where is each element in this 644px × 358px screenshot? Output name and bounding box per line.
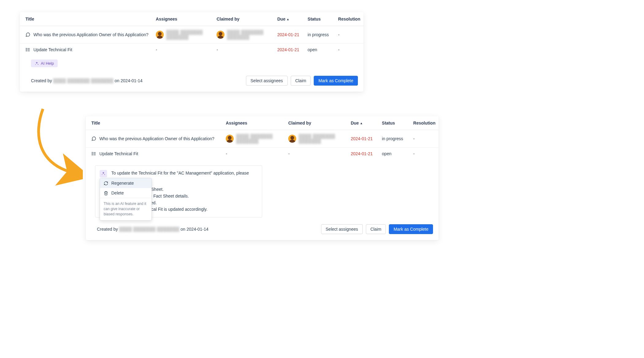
created-by: Created by ████ ███████ ███████ on 2024-… — [97, 227, 209, 232]
chat-icon — [91, 136, 96, 141]
select-assignees-button[interactable]: Select assignees — [246, 76, 288, 86]
col-title[interactable]: Title — [86, 116, 223, 130]
due-date: 2024-01-21 — [348, 148, 379, 160]
resolution: - — [410, 130, 439, 148]
table-row[interactable]: Update Technical Fit - - 2024-01-21 open… — [20, 44, 363, 56]
svg-point-9 — [92, 152, 93, 153]
list-icon — [25, 47, 30, 52]
task-title: Update Technical Fit — [99, 151, 138, 156]
assignee-name: - — [153, 44, 213, 56]
mark-complete-button[interactable]: Mark as Complete — [389, 224, 433, 234]
svg-point-11 — [92, 155, 93, 155]
avatar — [226, 135, 234, 143]
due-date: 2024-01-21 — [348, 130, 379, 148]
tasks-panel-after: Title Assignees Claimed by Due ▲ Status … — [86, 116, 439, 240]
svg-point-4 — [26, 49, 27, 50]
col-resolution[interactable]: Resolution — [410, 116, 439, 130]
col-due[interactable]: Due ▲ — [274, 12, 305, 26]
svg-point-3 — [26, 48, 27, 49]
status: open — [305, 44, 335, 56]
ai-response-box: To update the Technical Fit for the "AC … — [95, 165, 262, 217]
assignee-name: ████ ███████ ███████ — [236, 134, 282, 144]
due-date: 2024-01-21 — [274, 44, 305, 56]
avatar — [156, 31, 164, 39]
refresh-icon — [104, 181, 108, 186]
task-title: Who was the previous Application Owner o… — [33, 32, 148, 37]
status: in progress — [379, 130, 410, 148]
avatar — [288, 135, 296, 143]
claim-button[interactable]: Claim — [366, 224, 386, 234]
ai-help-button[interactable]: AI Help — [31, 60, 58, 67]
claimed-name: ████ ███████ ███████ — [299, 134, 345, 144]
col-status[interactable]: Status — [305, 12, 335, 26]
ai-disclaimer: This is an AI feature and it can give in… — [100, 198, 151, 220]
task-title: Update Technical Fit — [33, 47, 72, 52]
claimed-name: ████ ███████ ███████ — [227, 30, 271, 40]
claimed-name: - — [213, 44, 274, 56]
assignee-name: - — [223, 148, 285, 160]
annotation-arrow — [31, 106, 83, 187]
task-title: Who was the previous Application Owner o… — [99, 136, 214, 141]
mark-complete-button[interactable]: Mark as Complete — [314, 76, 358, 86]
col-resolution[interactable]: Resolution — [335, 12, 363, 26]
col-due-label: Due — [351, 121, 359, 125]
claimed-name: - — [285, 148, 348, 160]
sort-asc-icon: ▲ — [360, 121, 363, 125]
col-due-label: Due — [277, 17, 285, 21]
col-assignees[interactable]: Assignees — [153, 12, 213, 26]
trash-icon — [104, 191, 108, 195]
status: in progress — [305, 26, 335, 44]
svg-point-5 — [26, 51, 27, 51]
list-icon — [91, 151, 96, 156]
ai-actions-menu: Regenerate Delete This is an AI feature … — [100, 178, 152, 221]
sparkle-icon — [101, 171, 105, 176]
tasks-table: Title Assignees Claimed by Due ▲ Status … — [86, 116, 439, 160]
avatar — [217, 31, 224, 39]
sparkle-icon — [35, 61, 39, 66]
sort-asc-icon: ▲ — [286, 17, 289, 21]
status: open — [379, 148, 410, 160]
col-due[interactable]: Due ▲ — [348, 116, 379, 130]
resolution: - — [335, 26, 363, 44]
col-status[interactable]: Status — [379, 116, 410, 130]
table-row[interactable]: Who was the previous Application Owner o… — [86, 130, 439, 148]
select-assignees-button[interactable]: Select assignees — [321, 224, 363, 234]
col-assignees[interactable]: Assignees — [223, 116, 285, 130]
ai-help-label: AI Help — [41, 61, 54, 66]
table-row[interactable]: Update Technical Fit - - 2024-01-21 open… — [86, 148, 439, 160]
delete-menu-item[interactable]: Delete — [100, 188, 151, 198]
created-by: Created by ████ ███████ ███████ on 2024-… — [31, 78, 143, 83]
chat-icon — [25, 32, 30, 37]
tasks-panel-before: Title Assignees Claimed by Due ▲ Status … — [20, 12, 363, 92]
col-title[interactable]: Title — [20, 12, 153, 26]
col-claimed-by[interactable]: Claimed by — [213, 12, 274, 26]
resolution: - — [410, 148, 439, 160]
ai-sparkle-badge[interactable] — [100, 170, 107, 177]
svg-point-10 — [92, 153, 93, 154]
table-row[interactable]: Who was the previous Application Owner o… — [20, 26, 363, 44]
tasks-table: Title Assignees Claimed by Due ▲ Status … — [20, 12, 363, 56]
resolution: - — [335, 44, 363, 56]
col-claimed-by[interactable]: Claimed by — [285, 116, 348, 130]
assignee-name: ████ ███████ ███████ — [166, 30, 210, 40]
regenerate-menu-item[interactable]: Regenerate — [100, 178, 151, 188]
due-date: 2024-01-21 — [274, 26, 305, 44]
claim-button[interactable]: Claim — [291, 76, 311, 86]
